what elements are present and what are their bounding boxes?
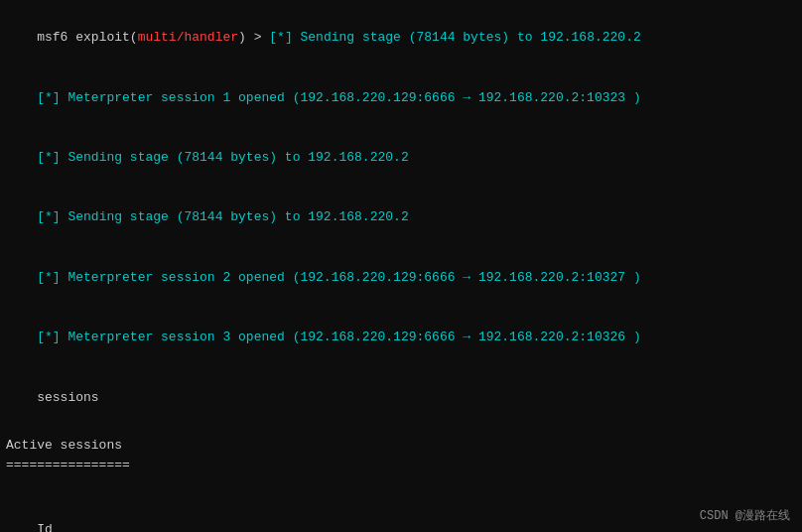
terminal-line-2: [*] Meterpreter session 1 opened (192.16… <box>6 67 796 127</box>
terminal-line-5: [*] Meterpreter session 2 opened (192.16… <box>6 248 796 308</box>
terminal-line-6: [*] Meterpreter session 3 opened (192.16… <box>6 308 796 367</box>
watermark: CSDN @漫路在线 <box>700 507 790 524</box>
sessions-divider: ================ <box>6 456 796 475</box>
terminal-line-4: [*] Sending stage (78144 bytes) to 192.1… <box>6 188 796 247</box>
empty-line <box>6 479 796 499</box>
table-header-row: Id Name Type Information Connection <box>6 499 796 532</box>
terminal-line-3: [*] Sending stage (78144 bytes) to 192.1… <box>6 128 796 188</box>
active-sessions-title: Active sessions <box>6 436 796 456</box>
terminal-line-1: msf6 exploit(multi/handler) > [*] Sendin… <box>6 8 796 67</box>
col-header-id: Id <box>37 520 65 532</box>
terminal: msf6 exploit(multi/handler) > [*] Sendin… <box>0 0 802 532</box>
terminal-sessions-cmd: sessions <box>6 368 796 428</box>
